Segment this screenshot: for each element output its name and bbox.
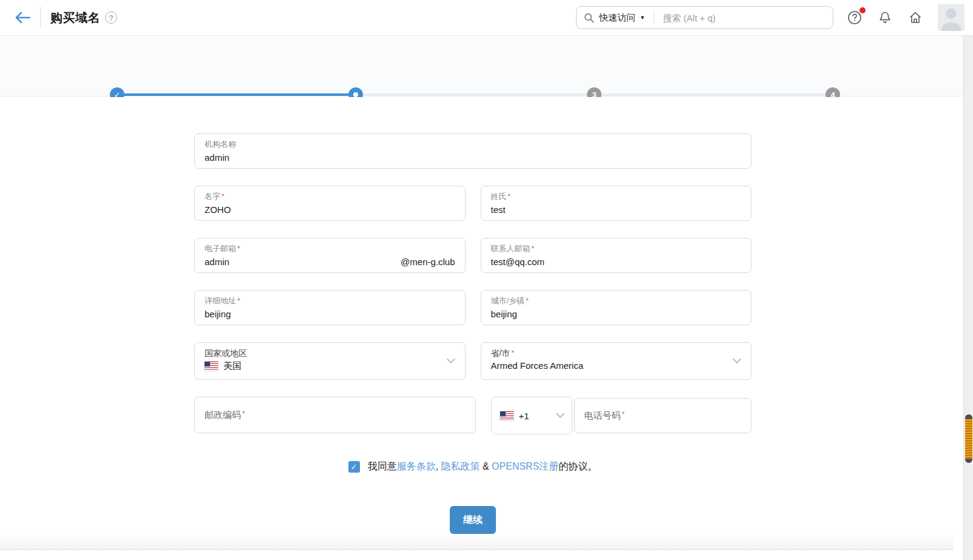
- stepper-segment-2-3: [356, 93, 594, 96]
- bell-icon: [878, 10, 892, 25]
- agreement-row: ✓ 我同意服务条款, 隐私政策 & OPENSRS注册的协议。: [194, 460, 751, 473]
- phone-group: +1 电话号码*: [491, 397, 752, 434]
- back-button[interactable]: [8, 5, 36, 30]
- country-select[interactable]: 国家或地区 美国: [194, 342, 466, 380]
- address-field[interactable]: 详细地址* beijing: [194, 290, 466, 325]
- contact-email-value: test@qq.com: [491, 256, 742, 268]
- form-content: 机构名称 admin 名字* ZOHO 姓氏* test: [0, 97, 963, 560]
- vertical-scrollbar[interactable]: [963, 36, 973, 560]
- phone-placeholder: 电话号码: [585, 410, 621, 420]
- phone-country-code-value: +1: [519, 411, 529, 421]
- country-value: 美国: [223, 360, 242, 372]
- help-button[interactable]: [846, 8, 864, 27]
- contact-email-label: 联系人邮箱: [491, 244, 531, 253]
- quick-access-dropdown[interactable]: 快速访问 ▼: [599, 12, 645, 24]
- check-icon: ✓: [351, 462, 358, 471]
- avatar-head: [946, 8, 957, 19]
- state-label: 省/市: [491, 348, 510, 358]
- caret-down-icon: ▼: [640, 15, 645, 21]
- address-value: beijing: [205, 308, 455, 320]
- city-value: beijing: [491, 308, 742, 320]
- postal-code-field[interactable]: 邮政编码*: [194, 397, 476, 433]
- contact-email-field[interactable]: 联系人邮箱* test@qq.com: [481, 238, 752, 273]
- phone-country-code-select[interactable]: +1: [491, 397, 572, 434]
- search-icon: [584, 13, 594, 23]
- avatar-body: [941, 22, 961, 31]
- state-select[interactable]: 省/市* Armed Forces America: [481, 342, 752, 380]
- email-label: 电子邮箱: [205, 244, 236, 253]
- home-button[interactable]: [906, 8, 924, 27]
- country-label: 国家或地区: [205, 348, 247, 358]
- organization-field[interactable]: 机构名称 admin: [194, 133, 751, 169]
- opensrs-link[interactable]: OPENSRS注册: [492, 461, 558, 471]
- organization-value: admin: [205, 152, 741, 164]
- help-circle-icon: [847, 10, 862, 25]
- continue-button[interactable]: 继续: [450, 506, 496, 534]
- state-value: Armed Forces America: [491, 360, 584, 371]
- city-field[interactable]: 城市/乡镇* beijing: [481, 290, 752, 325]
- address-label: 详细地址: [205, 296, 236, 305]
- user-avatar[interactable]: [938, 4, 965, 31]
- notifications-button[interactable]: [876, 8, 894, 27]
- search-input[interactable]: [663, 13, 826, 23]
- scrollbar-thumb[interactable]: [965, 414, 972, 463]
- progress-stepper: ✓ 搜索您的域名 输入注册详细信息 3 付款 4 注册状态: [0, 36, 973, 96]
- us-flag-icon: [205, 362, 218, 371]
- agreement-checkbox[interactable]: ✓: [348, 461, 360, 473]
- email-field[interactable]: 电子邮箱* admin @men-g.club: [194, 238, 466, 273]
- us-flag-icon: [500, 411, 514, 420]
- page-title: 购买域名: [50, 10, 100, 26]
- stepper-segment-3-4: [594, 93, 833, 96]
- last-name-value: test: [491, 204, 742, 216]
- organization-label: 机构名称: [205, 140, 236, 149]
- header-right: 快速访问 ▼: [576, 0, 973, 35]
- next-section-edge: [0, 534, 954, 550]
- last-name-field[interactable]: 姓氏* test: [481, 186, 752, 221]
- top-header: 购买域名 ? 快速访问 ▼: [0, 0, 973, 36]
- postal-code-placeholder: 邮政编码: [205, 410, 241, 420]
- chevron-down-icon: [555, 410, 564, 418]
- terms-link[interactable]: 服务条款: [397, 461, 436, 471]
- search-box[interactable]: 快速访问 ▼: [576, 6, 833, 29]
- first-name-label: 名字: [205, 192, 220, 201]
- phone-number-field[interactable]: 电话号码*: [574, 398, 752, 433]
- city-label: 城市/乡镇: [491, 296, 525, 305]
- agreement-text: 我同意服务条款, 隐私政策 & OPENSRS注册的协议。: [368, 460, 598, 473]
- privacy-link[interactable]: 隐私政策: [441, 461, 480, 471]
- registration-form: 机构名称 admin 名字* ZOHO 姓氏* test: [194, 133, 751, 534]
- home-icon: [908, 10, 923, 25]
- title-help-icon[interactable]: ?: [105, 12, 117, 24]
- email-local-part: admin: [205, 256, 229, 268]
- search-divider: [654, 11, 654, 24]
- arrow-left-icon: [14, 11, 31, 24]
- email-domain: @men-g.club: [401, 256, 455, 268]
- first-name-field[interactable]: 名字* ZOHO: [194, 186, 466, 221]
- first-name-value: ZOHO: [205, 204, 455, 216]
- stepper-segment-1-2: [117, 93, 356, 96]
- question-mark: ?: [109, 13, 114, 22]
- last-name-label: 姓氏: [491, 192, 507, 201]
- buy-domain-page: 购买域名 ? 快速访问 ▼: [0, 0, 973, 560]
- notification-dot: [859, 7, 866, 13]
- header-divider: [40, 7, 41, 29]
